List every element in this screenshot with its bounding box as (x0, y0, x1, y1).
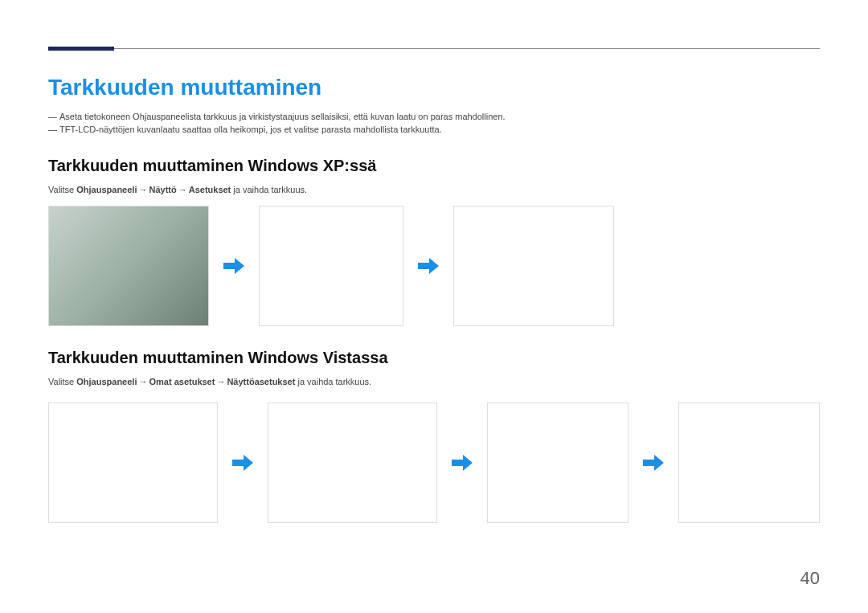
top-rule (48, 48, 820, 49)
vista-path-1: Ohjauspaneeli (76, 377, 137, 386)
xp-path-2: Näyttö (149, 185, 176, 194)
screenshot-vista-resolution (678, 403, 820, 523)
vista-instr-prefix: Valitse (48, 377, 76, 386)
vista-instr-suffix: ja vaihda tarkkuus. (295, 377, 371, 386)
screenshot-vista-personalization (268, 403, 437, 523)
note-2: TFT-LCD-näyttöjen kuvanlaatu saattaa oll… (48, 125, 820, 134)
main-heading: Tarkkuuden muuttaminen (48, 75, 820, 100)
xp-path-3: Asetukset (189, 185, 231, 194)
vista-path-2: Omat asetukset (149, 377, 215, 386)
xp-instr-suffix: ja vaihda tarkkuus. (231, 185, 307, 194)
arrow-right-icon (452, 454, 473, 472)
vista-heading: Tarkkuuden muuttaminen Windows Vistassa (48, 349, 820, 367)
screenshot-xp-settings (453, 206, 614, 326)
note-1: Aseta tietokoneen Ohjauspaneelista tarkk… (48, 112, 820, 121)
screenshot-xp-display (259, 206, 403, 326)
arrow-right-icon (643, 454, 664, 472)
xp-heading: Tarkkuuden muuttaminen Windows XP:ssä (48, 157, 820, 175)
page-number: 40 (800, 568, 820, 589)
screenshot-vista-control-panel (48, 403, 218, 523)
arrow-right-icon (418, 257, 439, 275)
xp-figure-row (48, 206, 820, 326)
arrow-sep: → (138, 377, 147, 386)
arrow-right-icon (232, 454, 253, 472)
arrow-sep: → (178, 185, 187, 194)
vista-path-3: Näyttöasetukset (227, 377, 295, 386)
arrow-right-icon (223, 257, 244, 275)
screenshot-xp-control-panel (48, 206, 209, 326)
vista-instruction: Valitse Ohjauspaneeli→Omat asetukset→Näy… (48, 377, 820, 386)
screenshot-vista-display-settings (487, 403, 628, 523)
vista-figure-row (48, 403, 820, 523)
xp-instruction: Valitse Ohjauspaneeli→Näyttö→Asetukset j… (48, 185, 820, 194)
arrow-sep: → (216, 377, 225, 386)
xp-path-1: Ohjauspaneeli (76, 185, 137, 194)
xp-instr-prefix: Valitse (48, 185, 76, 194)
arrow-sep: → (138, 185, 147, 194)
